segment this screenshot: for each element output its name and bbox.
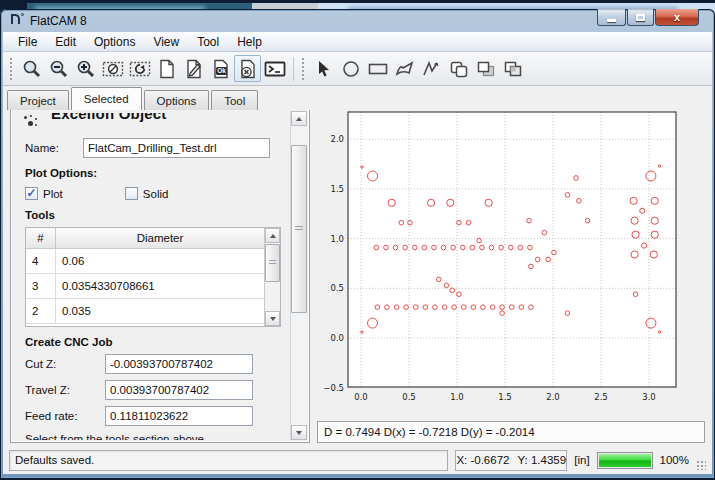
menu-file[interactable]: File [9, 33, 46, 51]
flatcam-window: FlatCAM 8 x File Edit Options View Tool … [0, 9, 715, 479]
measurement-readout: D = 0.7494 D(x) = -0.7218 D(y) = -0.2014 [317, 421, 705, 443]
coord-x: X: -0.6672 [456, 454, 509, 466]
zoom-out-icon [49, 59, 69, 79]
select-pointer-button[interactable] [310, 55, 337, 82]
subtract-button[interactable] [472, 55, 499, 82]
arrow-up-icon [270, 234, 276, 238]
coordinates-box: X: -0.6672 Y: 1.4359 [455, 450, 567, 471]
intersect-icon [502, 59, 524, 79]
svg-text:−0.5: −0.5 [323, 383, 344, 393]
delete-file-icon [238, 59, 258, 79]
table-row[interactable]: 2 0.035 [26, 299, 280, 324]
name-input[interactable] [83, 138, 270, 158]
scrollbar-thumb[interactable] [291, 145, 307, 313]
union-button[interactable] [445, 55, 472, 82]
solid-checkbox[interactable] [125, 187, 138, 200]
zoom-out-button[interactable] [45, 55, 72, 82]
toolbar-separator [293, 57, 294, 81]
arrow-down-icon [270, 317, 276, 321]
coord-y: Y: 1.4359 [517, 454, 566, 466]
tab-project[interactable]: Project [7, 90, 69, 110]
col-header-num[interactable]: # [26, 228, 56, 248]
new-file-icon [157, 59, 177, 79]
tab-selected[interactable]: Selected [71, 87, 142, 110]
scroll-up-button[interactable] [291, 111, 307, 126]
tools-table-header: # Diameter [26, 228, 280, 249]
table-row[interactable]: 3 0.0354330708661 [26, 274, 280, 299]
cut-z-input[interactable] [105, 354, 253, 374]
svg-text:1.0: 1.0 [450, 392, 464, 402]
travel-z-label: Travel Z: [25, 384, 105, 396]
toolbar-gripper[interactable] [9, 57, 14, 81]
plot-canvas[interactable]: 0.00.51.01.52.02.53.0−0.50.00.51.01.52.0 [313, 106, 709, 418]
delete-object-button[interactable] [234, 55, 261, 82]
svg-text:0.0: 0.0 [330, 333, 344, 343]
scroll-down-button[interactable] [265, 311, 280, 326]
new-object-button[interactable] [153, 55, 180, 82]
ok-file-icon: Ok [211, 59, 231, 79]
svg-text:0.5: 0.5 [330, 283, 344, 293]
tool-number: 2 [26, 299, 56, 323]
title-bar[interactable]: FlatCAM 8 x [0, 9, 715, 32]
plot-checkbox[interactable]: ✓ [25, 187, 38, 200]
draw-circle-button[interactable] [337, 55, 364, 82]
panel-title: Excellon Object [51, 113, 290, 122]
svg-text:1.5: 1.5 [498, 392, 512, 402]
minimize-icon [607, 19, 616, 22]
panel-scrollbar[interactable] [290, 111, 307, 440]
edit-object-button[interactable] [180, 55, 207, 82]
union-icon [448, 59, 470, 79]
scroll-up-button[interactable] [265, 228, 280, 243]
menu-tool[interactable]: Tool [188, 33, 228, 51]
maximize-button[interactable] [627, 9, 654, 26]
travel-z-input[interactable] [105, 380, 253, 400]
intersect-button[interactable] [499, 55, 526, 82]
tools-label: Tools [25, 209, 290, 221]
menu-edit[interactable]: Edit [46, 33, 85, 51]
tab-options[interactable]: Options [144, 90, 210, 110]
pointer-icon [314, 59, 334, 79]
draw-path-button[interactable] [418, 55, 445, 82]
circle-icon [341, 59, 361, 79]
svg-text:Ok: Ok [217, 67, 226, 74]
menu-view[interactable]: View [144, 33, 188, 51]
feed-rate-label: Feed rate: [25, 410, 105, 422]
tab-tool[interactable]: Tool [211, 90, 258, 110]
minimize-button[interactable] [597, 9, 626, 26]
col-header-diameter[interactable]: Diameter [56, 228, 264, 248]
toolbar-gripper[interactable] [301, 57, 306, 81]
zoom-fit-icon [22, 59, 42, 79]
scrollbar-thumb[interactable] [265, 244, 280, 282]
arrow-down-icon [296, 431, 302, 435]
rectangle-icon [367, 59, 389, 79]
solid-checkbox-label: Solid [143, 188, 169, 200]
clear-plot-button[interactable] [99, 55, 126, 82]
scroll-down-button[interactable] [291, 425, 307, 440]
name-label: Name: [25, 142, 83, 154]
tool-number: 3 [26, 274, 56, 298]
draw-polygon-button[interactable] [391, 55, 418, 82]
save-ok-button[interactable]: Ok [207, 55, 234, 82]
close-button[interactable]: x [655, 9, 699, 26]
zoom-in-button[interactable] [72, 55, 99, 82]
draw-rectangle-button[interactable] [364, 55, 391, 82]
close-icon: x [674, 11, 680, 23]
feed-rate-input[interactable] [105, 406, 253, 426]
tool-diameter: 0.0354330708661 [56, 274, 264, 298]
table-scrollbar[interactable] [264, 228, 280, 326]
shell-icon [264, 59, 286, 79]
plot-options-label: Plot Options: [25, 167, 290, 179]
menu-help[interactable]: Help [228, 33, 271, 51]
replot-button[interactable] [126, 55, 153, 82]
progress-fill [599, 454, 651, 467]
selected-panel: Excellon Object Name: Plot Options: ✓ Pl… [10, 108, 310, 443]
cut-z-label: Cut Z: [25, 358, 105, 370]
svg-text:3.0: 3.0 [642, 392, 656, 402]
shell-button[interactable] [261, 55, 288, 82]
zoom-fit-button[interactable] [18, 55, 45, 82]
table-row[interactable]: 4 0.06 [26, 249, 280, 274]
tool-number: 4 [26, 249, 56, 273]
menu-options[interactable]: Options [85, 33, 144, 51]
arrow-up-icon [296, 117, 302, 121]
resize-grip[interactable] [696, 460, 706, 470]
